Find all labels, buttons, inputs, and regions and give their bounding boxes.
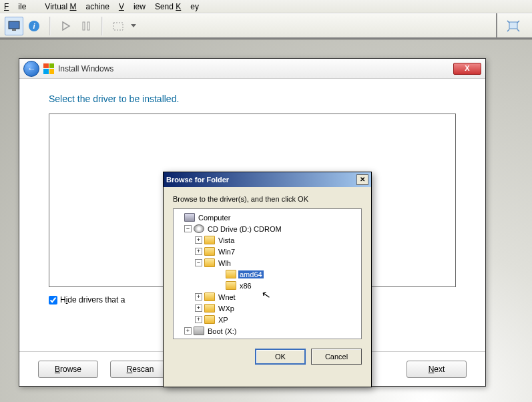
tree-node-x86[interactable]: x86 xyxy=(175,280,360,291)
folder-icon xyxy=(204,258,215,267)
wizard-close-button[interactable]: X xyxy=(453,63,481,75)
browse-instruction: Browse to the driver(s), and then click … xyxy=(164,187,371,208)
tree-node-amd64[interactable]: amd64 xyxy=(175,268,360,280)
tree-node-computer[interactable]: Computer xyxy=(175,212,360,223)
svg-rect-0 xyxy=(9,21,19,29)
expander-plus[interactable]: + xyxy=(195,305,202,312)
fullscreen-icon xyxy=(507,20,520,32)
chevron-down-icon xyxy=(131,24,136,28)
expander-minus[interactable]: − xyxy=(195,259,202,266)
tree-node-vista[interactable]: +Vista xyxy=(175,234,360,246)
browse-titlebar[interactable]: Browse for Folder ✕ xyxy=(164,172,371,187)
drive-icon xyxy=(194,327,204,335)
host-toolbar: i xyxy=(0,13,532,39)
fullscreen-button[interactable] xyxy=(504,17,523,35)
monitor-icon xyxy=(8,21,20,31)
info-icon: i xyxy=(28,20,40,32)
svg-marker-4 xyxy=(63,22,69,30)
ok-button[interactable]: OK xyxy=(255,349,306,365)
wizard-titlebar: Install Windows X xyxy=(19,59,485,79)
folder-icon xyxy=(226,270,236,278)
hide-drivers-label: Hide drivers that a xyxy=(60,295,125,305)
play-button[interactable] xyxy=(57,17,75,35)
play-icon xyxy=(61,21,71,31)
svg-rect-1 xyxy=(12,29,16,31)
expander-plus[interactable]: + xyxy=(195,248,202,255)
svg-rect-7 xyxy=(113,23,123,30)
host-menubar: File Virtual Machine View Send Key xyxy=(0,0,532,13)
folder-icon xyxy=(204,236,215,244)
browse-button[interactable]: Browse xyxy=(38,361,98,378)
tree-node-boot[interactable]: +Boot (X:) xyxy=(175,325,360,337)
wizard-title: Install Windows xyxy=(58,64,113,73)
folder-tree[interactable]: Computer −CD Drive (D:) CDROM +Vista +Wi… xyxy=(173,208,362,339)
folder-icon xyxy=(204,292,215,301)
hide-drivers-check-input[interactable] xyxy=(49,296,57,305)
windows-flag-icon xyxy=(43,63,54,74)
cancel-button[interactable]: Cancel xyxy=(311,349,362,365)
svg-rect-5 xyxy=(83,22,85,30)
browse-for-folder-dialog: Browse for Folder ✕ Browse to the driver… xyxy=(163,172,372,387)
rescan-button[interactable]: Rescan xyxy=(110,361,170,378)
wizard-heading: Select the driver to be installed. xyxy=(49,93,456,104)
tree-node-cd-drive[interactable]: −CD Drive (D:) CDROM xyxy=(175,223,360,234)
menu-view[interactable]: View xyxy=(119,2,146,11)
back-button[interactable] xyxy=(23,61,39,77)
tree-node-wlh[interactable]: −Wlh xyxy=(175,257,360,268)
expander-plus[interactable]: + xyxy=(195,316,202,323)
menu-file[interactable]: File xyxy=(4,2,35,11)
menu-send-key[interactable]: Send Key xyxy=(155,2,199,11)
expander-plus[interactable]: + xyxy=(195,293,202,300)
tree-node-wxp[interactable]: +WXp xyxy=(175,303,360,314)
pause-button[interactable] xyxy=(77,17,95,35)
tree-node-win7[interactable]: +Win7 xyxy=(175,246,360,257)
folder-icon xyxy=(226,281,236,290)
svg-marker-8 xyxy=(131,24,136,27)
next-button[interactable]: Next xyxy=(407,361,467,378)
snapshot-icon xyxy=(113,21,123,31)
monitor-button[interactable] xyxy=(5,17,23,35)
expander-plus[interactable]: + xyxy=(195,236,202,244)
menu-virtual-machine[interactable]: Virtual Machine xyxy=(45,2,109,11)
pause-icon xyxy=(81,21,91,31)
computer-icon xyxy=(184,213,195,222)
cd-icon xyxy=(194,224,204,233)
vm-viewport: Install Windows X Select the driver to b… xyxy=(0,39,532,402)
expander-plus[interactable]: + xyxy=(184,327,192,335)
tree-node-xp[interactable]: +XP xyxy=(175,314,360,325)
folder-icon xyxy=(204,315,215,324)
svg-rect-6 xyxy=(87,22,89,30)
folder-icon xyxy=(204,247,215,256)
browse-close-button[interactable]: ✕ xyxy=(356,174,368,185)
svg-rect-9 xyxy=(509,22,517,29)
snapshot-button[interactable] xyxy=(109,17,127,35)
folder-icon xyxy=(204,304,215,313)
browse-title-text: Browse for Folder xyxy=(166,176,229,184)
snapshot-dropdown[interactable] xyxy=(129,17,138,35)
tree-node-wnet[interactable]: +Wnet xyxy=(175,291,360,303)
expander-minus[interactable]: − xyxy=(184,225,192,232)
info-button[interactable]: i xyxy=(25,17,43,35)
